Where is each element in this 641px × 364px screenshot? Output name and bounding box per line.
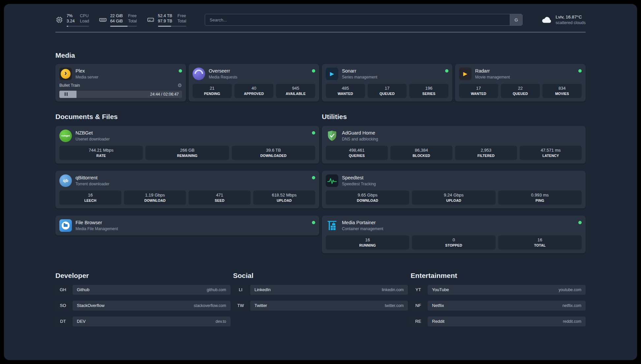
status-dot xyxy=(179,69,182,73)
bookmark-url: twitter.com xyxy=(385,303,404,308)
playback-progress-fill xyxy=(59,91,76,98)
search-input[interactable] xyxy=(205,14,510,25)
stat: 498,461QUERIES xyxy=(326,146,388,160)
stat: 2,953FILTERED xyxy=(455,146,517,160)
memory-total-value: 64 GiB xyxy=(110,18,123,24)
disk-progress-fill xyxy=(158,26,171,27)
bookmark-url: stackoverflow.com xyxy=(194,303,226,308)
disk-widget: 52.4 TB 97.9 TB Free Total xyxy=(147,13,186,27)
stat: 834MOVIES xyxy=(542,84,582,98)
bookmark-twitter[interactable]: TW Twitter twitter.com xyxy=(233,301,408,311)
search-provider-button[interactable]: G xyxy=(510,14,522,25)
service-card-portainer[interactable]: Media Portainer Container management 16R… xyxy=(322,216,586,253)
bookmark-url: linkedin.com xyxy=(382,288,404,292)
section-heading-entertainment: Entertainment xyxy=(411,272,586,280)
service-card-filebrowser[interactable]: File Browser Media File Management xyxy=(55,216,319,235)
memory-progress-fill xyxy=(110,26,128,27)
bookmark-abbr: LI xyxy=(233,285,248,295)
divider xyxy=(55,32,586,32)
nzbget-icon: nzbget xyxy=(59,130,72,142)
service-subtitle: Media Requests xyxy=(209,75,237,79)
memory-progress-track xyxy=(110,26,137,27)
disk-free-label: Free xyxy=(177,13,186,18)
dashboard: 7% 3.24 CPU Load xyxy=(4,4,637,360)
status-dot xyxy=(312,176,315,179)
memory-widget: 22 GiB 64 GiB Free Total xyxy=(99,13,137,27)
filebrowser-icon xyxy=(59,219,72,232)
disk-total-value: 97.9 TB xyxy=(158,18,172,24)
portainer-icon xyxy=(326,219,338,232)
window-frame: 7% 3.24 CPU Load xyxy=(0,0,641,364)
playback-progress-bar[interactable]: 24:44 / 02:06:47 xyxy=(59,91,182,98)
section-heading-utilities: Utilities xyxy=(322,113,586,121)
service-subtitle: Speedtest Tracking xyxy=(342,182,376,186)
service-title: File Browser xyxy=(76,220,118,226)
service-card-speedtest[interactable]: Speedtest Speedtest Tracking 9.65 GbpsDO… xyxy=(322,171,586,208)
stat: 17QUEUED xyxy=(368,84,407,98)
bookmark-dev[interactable]: DT DEV dev.to xyxy=(55,317,230,326)
service-subtitle: Media server xyxy=(76,75,98,79)
bookmark-abbr: YT xyxy=(411,285,426,295)
pause-button[interactable] xyxy=(65,92,68,96)
stat: 744.21 MbpsRATE xyxy=(59,146,143,160)
bookmark-abbr: RE xyxy=(411,317,426,326)
bookmark-name: Github xyxy=(77,287,89,292)
section-heading-developer: Developer xyxy=(55,272,230,280)
bookmark-name: Reddit xyxy=(432,319,444,324)
bookmark-name: Netflix xyxy=(432,303,444,308)
disk-icon xyxy=(147,16,155,24)
bookmark-linkedin[interactable]: LI LinkedIn linkedin.com xyxy=(233,285,408,295)
section-middle: Documents & Files nzbget NZBGet Usenet d… xyxy=(55,113,586,253)
stat: 945AVAILABLE xyxy=(276,84,315,98)
topbar: 7% 3.24 CPU Load xyxy=(55,11,586,27)
bookmark-group-social: Social LI LinkedIn linkedin.com TW Twitt… xyxy=(233,272,408,311)
service-card-sonarr[interactable]: Sonarr Series management 485WANTED 17QUE… xyxy=(322,64,452,102)
status-dot xyxy=(578,69,582,73)
stat: 16LEECH xyxy=(59,191,121,205)
service-card-plex[interactable]: Plex Media server Bullet Train 24:44 / 0… xyxy=(55,64,186,102)
service-card-adguard[interactable]: AdGuard Home DNS and adblocking 498,461Q… xyxy=(322,126,586,164)
service-title: NZBGet xyxy=(76,130,109,136)
bookmark-url: netflix.com xyxy=(563,303,581,308)
stat: 485WANTED xyxy=(326,84,365,98)
stat: 0.993 msPING xyxy=(498,191,582,205)
service-subtitle: Series management xyxy=(342,75,377,79)
stat: 22QUEUED xyxy=(501,84,540,98)
service-subtitle: Media File Management xyxy=(76,227,118,231)
bookmark-reddit[interactable]: RE Reddit reddit.com xyxy=(411,317,586,326)
disk-progress-track xyxy=(158,26,186,27)
bookmark-youtube[interactable]: YT YouTube youtube.com xyxy=(411,285,586,295)
service-card-radarr[interactable]: Radarr Movie management 17WANTED 22QUEUE… xyxy=(455,64,586,102)
radarr-icon xyxy=(459,68,472,80)
cpu-progress-fill xyxy=(67,26,68,27)
service-title: Plex xyxy=(76,68,98,74)
cpu-usage-value: 7% xyxy=(67,13,75,18)
stat: 47.571 msLATENCY xyxy=(520,146,582,160)
bookmark-name: DEV xyxy=(77,319,86,324)
status-dot xyxy=(312,69,315,73)
now-playing-title: Bullet Train xyxy=(59,83,80,88)
stat: 618.52 MbpsUPLOAD xyxy=(253,191,315,205)
service-card-overseerr[interactable]: Overseerr Media Requests 21PENDING 40APP… xyxy=(189,64,319,102)
cpu-load-value: 3.24 xyxy=(67,18,75,24)
stat: 196SERIES xyxy=(409,84,448,98)
status-dot xyxy=(578,221,582,224)
cloud-icon xyxy=(541,15,552,25)
section-media: Media Plex Media server Bullet Train xyxy=(55,51,586,102)
service-subtitle: Torrent downloader xyxy=(76,182,109,186)
cpu-label: CPU xyxy=(80,13,89,18)
weather-widget[interactable]: Lviv, 16.87°C scattered clouds xyxy=(541,14,586,26)
stat: 17WANTED xyxy=(459,84,498,98)
memory-icon xyxy=(99,16,107,24)
bookmark-netflix[interactable]: NF Netflix netflix.com xyxy=(411,301,586,311)
service-card-qbittorrent[interactable]: qb qBittorrent Torrent downloader 16LEEC… xyxy=(55,171,319,208)
settings-gear-icon[interactable] xyxy=(178,82,182,88)
stat: 9.24 GbpsUPLOAD xyxy=(412,191,495,205)
bookmark-abbr: TW xyxy=(233,301,248,311)
overseerr-icon xyxy=(193,68,205,80)
bookmark-stackoverflow[interactable]: SO StackOverflow stackoverflow.com xyxy=(55,301,230,311)
column-utilities: Utilities AdGuard Home DNS and adblockin… xyxy=(322,113,586,253)
bookmark-github[interactable]: GH Github github.com xyxy=(55,285,230,295)
service-card-nzbget[interactable]: nzbget NZBGet Usenet downloader 744.21 M… xyxy=(55,126,319,164)
bookmark-abbr: GH xyxy=(55,285,71,295)
